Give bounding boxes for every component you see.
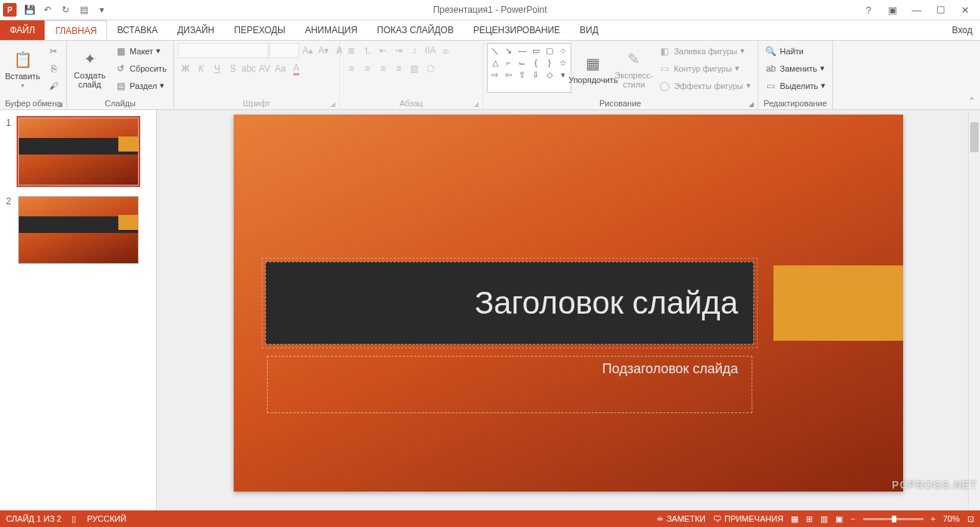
tab-design[interactable]: ДИЗАЙН (167, 20, 224, 40)
shape-triangle-icon[interactable]: △ (489, 57, 501, 68)
collapse-ribbon-icon[interactable]: ⌃ (968, 96, 975, 106)
spellcheck-icon[interactable]: ▯ (72, 514, 76, 524)
align-right-icon[interactable]: ≡ (375, 61, 390, 76)
shape-line2-icon[interactable]: — (516, 45, 528, 56)
tab-insert[interactable]: ВСТАВКА (107, 20, 167, 40)
font-size-combo[interactable] (269, 43, 299, 58)
shadow-icon[interactable]: S (225, 61, 240, 76)
shape-arrow-r-icon[interactable]: ⇨ (489, 69, 501, 80)
reading-view-icon[interactable]: ▥ (820, 514, 828, 524)
redo-icon[interactable]: ↻ (57, 2, 74, 18)
tab-home[interactable]: ГЛАВНАЯ (44, 20, 107, 40)
help-icon[interactable]: ? (859, 5, 877, 16)
tab-animations[interactable]: АНИМАЦИЯ (296, 20, 367, 40)
underline-icon[interactable]: Ч (210, 61, 225, 76)
save-icon[interactable]: 💾 (21, 2, 38, 18)
language-indicator[interactable]: РУССКИЙ (87, 514, 126, 523)
slideshow-view-icon[interactable]: ▣ (835, 514, 843, 524)
shape-brace-icon[interactable]: { (530, 57, 542, 68)
sign-in-link[interactable]: Вход (952, 20, 972, 40)
shape-more-icon[interactable]: ▾ (557, 69, 569, 80)
align-center-icon[interactable]: ≡ (360, 61, 375, 76)
shape-arrow-d-icon[interactable]: ⇩ (530, 69, 542, 80)
slide-counter[interactable]: СЛАЙД 1 ИЗ 2 (6, 514, 61, 523)
convert-smartart-icon[interactable]: ⬡ (423, 61, 438, 76)
shape-arrow-l-icon[interactable]: ⇦ (503, 69, 515, 80)
line-spacing-icon[interactable]: ↕ (407, 43, 422, 58)
copy-button[interactable]: ⎘ (44, 60, 63, 76)
strikethrough-icon[interactable]: abc (241, 61, 256, 76)
shape-effects-button[interactable]: ◯Эффекты фигуры▾ (656, 78, 754, 93)
cut-button[interactable]: ✂ (44, 43, 63, 59)
zoom-in-icon[interactable]: + (931, 514, 936, 523)
tab-transitions[interactable]: ПЕРЕХОДЫ (225, 20, 296, 40)
sorter-view-icon[interactable]: ⊞ (806, 514, 813, 524)
zoom-level[interactable]: 70% (943, 514, 960, 523)
tab-slideshow[interactable]: ПОКАЗ СЛАЙДОВ (367, 20, 464, 40)
normal-view-icon[interactable]: ▦ (791, 514, 798, 524)
shape-oval-icon[interactable]: ○ (557, 45, 569, 56)
decrease-indent-icon[interactable]: ⇤ (375, 43, 390, 58)
font-name-combo[interactable] (178, 43, 268, 58)
arrange-button[interactable]: ▦ Упорядочить (574, 43, 612, 94)
increase-indent-icon[interactable]: ⇥ (391, 43, 406, 58)
justify-icon[interactable]: ≡ (391, 61, 406, 76)
slide-subtitle-placeholder[interactable]: Подзаголовок слайда (267, 356, 752, 413)
close-icon[interactable]: ✕ (956, 5, 974, 16)
increase-font-icon[interactable]: A▴ (300, 43, 315, 58)
fit-to-window-icon[interactable]: ⊡ (967, 514, 974, 524)
clipboard-launcher-icon[interactable]: ◢ (57, 100, 63, 108)
vertical-scrollbar[interactable] (968, 110, 980, 510)
shape-arrow-icon[interactable]: ↘ (503, 45, 515, 56)
shape-elbow-icon[interactable]: ⌐ (503, 57, 515, 68)
shape-rect-icon[interactable]: ▭ (530, 45, 542, 56)
bold-icon[interactable]: Ж (178, 61, 193, 76)
reset-button[interactable]: ↺Сбросить (112, 60, 170, 76)
shape-fill-button[interactable]: ◧Заливка фигуры▾ (656, 43, 754, 59)
bullets-icon[interactable]: ≣ (344, 43, 359, 58)
shape-line-icon[interactable]: ＼ (489, 45, 501, 56)
thumbnail-slide-2[interactable] (18, 196, 139, 264)
text-direction-icon[interactable]: IIA (423, 43, 438, 58)
shapes-gallery[interactable]: ＼↘—▭▢○ △⌐⌙{}☆ ⇨⇦⇧⇩◇▾ (487, 43, 571, 93)
shape-star-icon[interactable]: ☆ (557, 57, 569, 68)
tab-file[interactable]: ФАЙЛ (0, 20, 44, 40)
find-button[interactable]: 🔍Найти (762, 43, 829, 59)
zoom-out-icon[interactable]: − (850, 514, 855, 523)
tab-view[interactable]: ВИД (570, 20, 608, 40)
notes-button[interactable]: ≐ЗАМЕТКИ (657, 514, 706, 524)
maximize-icon[interactable]: ☐ (932, 5, 950, 16)
char-spacing-icon[interactable]: AV (257, 61, 272, 76)
change-case-icon[interactable]: Aa (273, 61, 288, 76)
font-launcher-icon[interactable]: ◢ (330, 100, 335, 108)
paragraph-launcher-icon[interactable]: ◢ (473, 100, 479, 108)
qat-customize-icon[interactable]: ▾ (93, 2, 110, 18)
layout-button[interactable]: ▦Макет▾ (112, 43, 170, 59)
numbering-icon[interactable]: ⒈ (360, 43, 375, 58)
undo-icon[interactable]: ↶ (39, 2, 56, 18)
columns-icon[interactable]: ▥ (407, 61, 422, 76)
font-color-icon[interactable]: A (289, 61, 304, 76)
align-text-icon[interactable]: ⎄ (439, 43, 454, 58)
tab-review[interactable]: РЕЦЕНЗИРОВАНИЕ (464, 20, 570, 40)
section-button[interactable]: ▤Раздел▾ (112, 78, 170, 93)
shape-outline-button[interactable]: ▭Контур фигуры▾ (656, 60, 754, 76)
decrease-font-icon[interactable]: A▾ (316, 43, 331, 58)
start-from-beginning-icon[interactable]: ▤ (75, 2, 92, 18)
thumbnail-slide-1[interactable] (18, 118, 139, 185)
select-button[interactable]: ▭Выделить▾ (762, 78, 829, 93)
shape-callout-icon[interactable]: ◇ (544, 69, 556, 80)
align-left-icon[interactable]: ≡ (344, 61, 359, 76)
ribbon-display-icon[interactable]: ▣ (884, 5, 902, 16)
quick-styles-button[interactable]: ✎ Экспресс- стили (615, 43, 653, 94)
shape-brace2-icon[interactable]: } (544, 57, 556, 68)
italic-icon[interactable]: К (194, 61, 209, 76)
shape-elbow2-icon[interactable]: ⌙ (516, 57, 528, 68)
shape-arrow-u-icon[interactable]: ⇧ (516, 69, 528, 80)
new-slide-button[interactable]: ✦ Создать слайд (71, 43, 109, 94)
comments-button[interactable]: 🗨ПРИМЕЧАНИЯ (713, 514, 783, 523)
drawing-launcher-icon[interactable]: ◢ (749, 100, 754, 108)
slide-title-placeholder[interactable]: Заголовок слайда (265, 262, 754, 345)
minimize-icon[interactable]: — (908, 5, 926, 16)
slide[interactable]: Заголовок слайда Подзаголовок слайда (234, 115, 903, 492)
